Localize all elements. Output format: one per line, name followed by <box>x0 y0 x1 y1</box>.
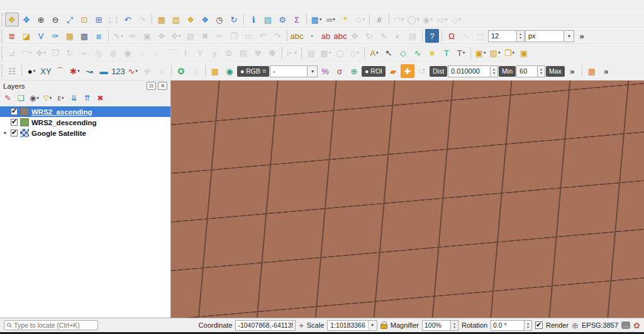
layer-visibility-checkbox[interactable] <box>11 130 18 136</box>
pin-labels-button[interactable]: ab▴▾▾ <box>319 29 333 43</box>
filter-by-expression-button[interactable]: ε▴▾▾ <box>55 92 67 104</box>
select-by-location-button[interactable]: ▣▴▾▾ <box>517 46 531 60</box>
zoom-last-tool[interactable]: ↶▴▾▾ <box>121 13 135 26</box>
create-grid-button[interactable]: #▴▾▾ <box>372 13 386 26</box>
scp-overflow-button[interactable]: »▴▾▾ <box>565 64 579 78</box>
coordinate-input[interactable] <box>235 320 296 331</box>
rotation-input[interactable] <box>491 320 525 331</box>
line-annotation-tool[interactable]: ∿▴▾▾ <box>411 46 425 60</box>
expand-all-button[interactable]: ⇊▴▾▾ <box>68 92 80 104</box>
layer-item-wrs2-descending[interactable]: WRS2_descending <box>0 117 170 128</box>
scp-distance-spinbox[interactable]: 0.010000▴▾▾ <box>448 64 498 78</box>
menu-raster[interactable] <box>65 5 74 6</box>
toolbar-overflow-row2[interactable]: »▴▾▾ <box>575 29 589 43</box>
scp-rgb-combo[interactable]: -▴▾▾ <box>270 64 318 78</box>
menu-settings[interactable] <box>39 5 48 6</box>
panel-close-button[interactable]: ✕ <box>158 82 167 90</box>
polygon-annotation-tool[interactable]: ◇▴▾▾ <box>396 46 410 60</box>
map-canvas[interactable] <box>171 81 644 318</box>
show-spatial-bookmarks-button[interactable]: ❖▴▾▾ <box>198 13 212 26</box>
epsg-code[interactable]: EPSG:3857 <box>582 321 618 329</box>
data-source-manager-button[interactable]: ≣▴▾▾ <box>5 29 19 43</box>
coordinate-capture-tool[interactable]: XY▴▾▾ <box>39 64 53 78</box>
panel-float-button[interactable]: ⊡ <box>147 82 156 90</box>
menu-plugins[interactable] <box>48 5 57 6</box>
qgis-news-icon[interactable]: ✿ <box>633 321 640 330</box>
menu-mesh[interactable] <box>83 5 92 6</box>
zoom-to-selection-tool[interactable]: ⊡▴▾▾ <box>77 13 91 26</box>
zoom-out-tool[interactable]: ⊖▴▾▾ <box>48 13 62 26</box>
menu-scp[interactable] <box>101 5 109 6</box>
scp-add-roi-button[interactable]: ✚▴▾▾ <box>401 64 414 78</box>
path-digitize-tool[interactable]: ↝▴▾▾ <box>82 64 96 78</box>
select-features-tool[interactable]: ▣▴▾▾ <box>474 46 487 60</box>
measure-tool[interactable]: ═▴▾▾ <box>324 13 338 26</box>
manage-map-themes-button[interactable]: ◉▴▾▾ <box>28 92 40 104</box>
identify-features-tool[interactable]: ℹ▴▾▾ <box>247 13 260 26</box>
new-spatial-bookmark-button[interactable]: ❖▴▾▾ <box>184 13 197 26</box>
open-attribute-table-button[interactable]: ▦▴▾▾ <box>309 13 323 26</box>
new-map-view-button[interactable]: ▦▴▾▾ <box>155 13 169 26</box>
statistical-summary-button[interactable]: Σ▴▾▾ <box>290 13 304 26</box>
menu-project[interactable] <box>4 5 13 6</box>
mouse-position-toggle-icon[interactable]: ⌖ <box>299 321 303 330</box>
magnifier-input[interactable] <box>422 320 451 331</box>
zoom-to-layer-tool[interactable]: ⊞▴▾▾ <box>92 13 106 26</box>
add-group-button[interactable]: ❏▴▾▾ <box>15 92 27 104</box>
keys-tool-button[interactable]: ✪▴▾▾ <box>174 64 188 78</box>
stroke-width-spinbox[interactable]: 12▴▾▾ <box>488 29 525 43</box>
scp-activate-roi-button[interactable]: ▰▴▾▾ <box>386 64 400 78</box>
map-tips-button[interactable]: ❝▴▾▾ <box>338 13 352 26</box>
menu-web[interactable] <box>74 5 83 6</box>
scp-stddev-stretch-button[interactable]: σ▴▾▾ <box>333 64 347 78</box>
filter-legend-button[interactable]: ▽▴▾▾ <box>42 92 53 104</box>
menu-mmqgis[interactable] <box>92 5 101 6</box>
spin-arrows[interactable]: ▴▾ <box>525 320 532 331</box>
menu-vector[interactable] <box>57 5 65 6</box>
stroke-units-combo[interactable]: px▴▾▾ <box>525 29 574 43</box>
new-3d-map-view-button[interactable]: ▧▴▾▾ <box>169 13 183 26</box>
scp-spectral-plot-button[interactable]: ▦▴▾▾ <box>585 64 599 78</box>
scale-combo[interactable]: 1:10183366▾ <box>327 320 377 331</box>
new-virtual-layer-button[interactable]: ⧈▴▾▾ <box>92 29 106 43</box>
deselect-features-button[interactable]: ❐▴▾▾ <box>502 46 516 60</box>
highlight-pinned-labels-button[interactable]: abc▴▾▾ <box>333 29 347 43</box>
text-annotation-tool[interactable]: T▴▾▾ <box>440 46 453 60</box>
menu-processing[interactable] <box>109 5 118 6</box>
scp-zoom-in-button[interactable]: ⊕▴▾▾ <box>347 64 361 78</box>
scp-zoom-to-bandset-button[interactable]: ◉▴▾▾ <box>223 64 236 78</box>
profile-tool[interactable]: ∿▴▾▾ <box>126 64 140 78</box>
new-geopackage-layer-button[interactable]: ◪▴▾▾ <box>19 29 33 43</box>
processing-toolbox-button[interactable]: ⚙▴▾▾ <box>275 13 289 26</box>
menu-help[interactable] <box>118 5 127 6</box>
add-raster-layer-button[interactable]: ▩▴▾▾ <box>77 29 91 43</box>
layer-item-wrs2-ascending[interactable]: WRS2_ascending <box>0 106 170 117</box>
remove-layer-button[interactable]: ✖▴▾▾ <box>94 92 106 104</box>
new-shapefile-layer-button[interactable]: V▴▾▾ <box>34 29 48 43</box>
open-layer-styling-button[interactable]: ✎▴▾▾ <box>2 92 14 104</box>
render-checkbox[interactable] <box>535 321 543 329</box>
menu-edit[interactable] <box>13 5 21 6</box>
menu-view[interactable] <box>21 5 30 6</box>
spline-digitize-tool[interactable]: ⌒▴▾▾ <box>53 64 67 78</box>
point-style-tool[interactable]: ●▴▾▾ <box>25 64 38 78</box>
scp-band-set-button[interactable]: ▦▴▾▾ <box>208 64 222 78</box>
small-measure-tool[interactable]: ▬▴▾▾ <box>97 64 111 78</box>
spin-arrows[interactable]: ▴▾ <box>451 320 458 331</box>
pan-map-tool[interactable]: ✥▴▾▾ <box>5 13 19 26</box>
zoom-full-extent-tool[interactable]: ⤢▴▾▾ <box>63 13 77 26</box>
temporal-controller-button[interactable]: ◷▴▾▾ <box>213 13 226 26</box>
collapse-all-button[interactable]: ⇈▴▾▾ <box>81 92 93 104</box>
pan-to-selection-tool[interactable]: ✥▴▾▾ <box>19 13 33 26</box>
layer-visibility-checkbox[interactable] <box>11 108 18 115</box>
layer-labeling-button[interactable]: abc▴▾▾ <box>290 29 304 43</box>
scp-min-spinbox[interactable]: 60▴▾▾ <box>516 64 545 78</box>
text-balloon-annotation-tool[interactable]: T▴▾▾ <box>454 46 468 60</box>
locator-input[interactable] <box>14 321 89 329</box>
point-digitize-tool[interactable]: ✱▴▾▾ <box>68 64 82 78</box>
layer-visibility-checkbox[interactable] <box>11 119 18 126</box>
zoom-in-tool[interactable]: ⊕▴▾▾ <box>34 13 48 26</box>
attribute-statistics-button[interactable]: ▤▴▾▾ <box>261 13 275 26</box>
new-spatialite-layer-button[interactable]: ✑▴▾▾ <box>48 29 62 43</box>
refresh-map-button[interactable]: ↻▴▾▾ <box>227 13 241 26</box>
